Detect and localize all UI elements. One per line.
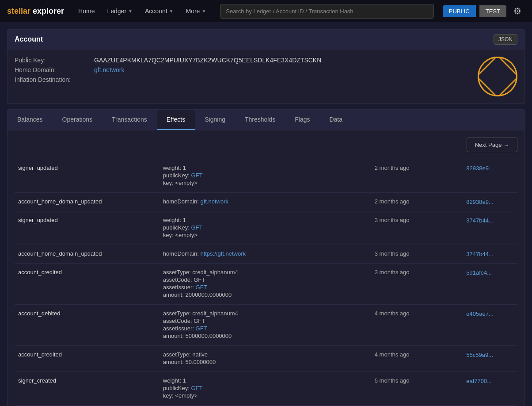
tab-signing[interactable]: Signing [195,110,235,130]
effect-hash-cell: 3747b44... [463,211,517,245]
effect-hash-link[interactable]: 55c59a9... [466,352,493,358]
effect-detail-line: homeDomain: https://gft.network [163,250,368,257]
tab-transactions[interactable]: Transactions [102,110,157,130]
effect-detail-line: amount: 2000000.0000000 [163,291,368,298]
table-row: account_home_domain_updatedhomeDomain: g… [15,193,517,211]
effect-time-cell: 3 months ago [371,245,463,264]
home-domain-value: gft.network [94,66,124,73]
effect-time-cell: 3 months ago [371,264,463,305]
home-domain-row: Home Domain: gft.network [15,66,469,73]
nav-more[interactable]: More ▼ [180,5,211,17]
effect-time-cell: 4 months ago [371,305,463,346]
home-domain-link[interactable]: gft.network [94,66,124,73]
search-bar [220,4,434,19]
effect-hash-link[interactable]: 3747b44... [466,217,493,224]
effect-detail-link[interactable]: GFT [196,325,207,332]
effect-detail-line: publicKey: GFT [163,224,368,231]
effect-detail-link[interactable]: GFT [191,172,202,179]
effect-detail-line: key: <empty> [163,392,368,399]
tab-effects[interactable]: Effects [157,110,195,130]
tab-data[interactable]: Data [319,110,352,130]
effect-hash-cell: 5d1afe4... [463,264,517,305]
effect-name-cell: signer_updated [15,211,160,245]
account-card: Account JSON Public Key: GAAZUE4PKMKLA7Q… [7,29,525,104]
effect-hash-link[interactable]: eaf7700... [466,378,492,384]
effect-details-cell: homeDomain: gft.network [160,193,371,211]
effect-name-cell: account_debited [15,305,160,346]
tab-balances[interactable]: Balances [8,110,53,130]
search-input[interactable] [220,4,434,19]
effect-detail-link[interactable]: gft.network [200,198,228,205]
effect-time-cell: 5 months ago [371,372,463,406]
nav-home[interactable]: Home [73,5,100,17]
effect-hash-link[interactable]: 82938e9... [466,199,493,205]
effect-name-cell: signer_updated [15,159,160,193]
user-icon-button[interactable]: ⚙ [510,4,525,18]
effect-detail-line: key: <empty> [163,180,368,186]
navbar: stellar explorer Home Ledger ▼ Account ▼… [0,0,532,22]
effect-hash-cell: eaf7700... [463,372,517,406]
effect-detail-line: amount: 50.0000000 [163,359,368,365]
effect-hash-link[interactable]: 5d1afe4... [466,269,492,276]
brand-logo: stellar explorer [7,7,64,16]
main-content: Account JSON Public Key: GAAZUE4PKMKLA7Q… [0,22,532,406]
nav-account[interactable]: Account ▼ [140,5,179,17]
public-key-row: Public Key: GAAZUE4PKMKLA7QC2MPUIUXY7BZK… [15,57,469,64]
test-network-button[interactable]: TEST [479,5,506,17]
effect-detail-link[interactable]: GFT [191,385,202,391]
next-page-button[interactable]: Next Page → [467,138,517,152]
table-row: account_creditedassetType: credit_alphan… [15,264,517,305]
effect-hash-cell: e405ae7... [463,305,517,346]
effect-detail-line: publicKey: GFT [163,385,368,391]
effect-details-cell: assetType: nativeamount: 50.0000000 [160,346,371,372]
effect-time-cell: 2 months ago [371,193,463,211]
effect-detail-line: publicKey: GFT [163,172,368,179]
effect-detail-link[interactable]: GFT [191,224,202,231]
effect-time-cell: 4 months ago [371,346,463,372]
account-logo [478,57,517,96]
effect-name-cell: account_home_domain_updated [15,245,160,264]
next-page-row: Next Page → [15,138,517,152]
effect-hash-cell: 82938e9... [463,193,517,211]
table-row: account_debitedassetType: credit_alphanu… [15,305,517,346]
effect-detail-line: amount: 5000000.0000000 [163,333,368,339]
effect-detail-link[interactable]: GFT [196,284,207,291]
effect-detail-line: weight: 1 [163,217,368,223]
home-domain-label: Home Domain: [15,66,94,73]
effects-table: signer_updatedweight: 1publicKey: GFTkey… [15,159,517,406]
effect-detail-link[interactable]: https://gft.network [200,250,246,257]
effect-hash-link[interactable]: 82938e9... [466,165,493,172]
effect-name-cell: signer_created [15,372,160,406]
account-card-title: Account [15,35,43,43]
table-row: signer_updatedweight: 1publicKey: GFTkey… [15,211,517,245]
account-card-header: Account JSON [8,30,524,50]
effect-hash-link[interactable]: 3747b44... [466,251,493,257]
effect-details-cell: homeDomain: https://gft.network [160,245,371,264]
tab-thresholds[interactable]: Thresholds [235,110,285,130]
effect-time-cell: 2 months ago [371,159,463,193]
effect-details-cell: assetType: credit_alphanum4assetCode: GF… [160,264,371,305]
effect-detail-line: assetCode: GFT [163,318,368,324]
account-dropdown-arrow: ▼ [169,9,174,14]
json-button[interactable]: JSON [494,34,517,45]
table-row: signer_updatedweight: 1publicKey: GFTkey… [15,159,517,193]
effect-detail-line: assetType: native [163,351,368,358]
tab-operations[interactable]: Operations [53,110,102,130]
table-row: account_creditedassetType: nativeamount:… [15,346,517,372]
tab-flags[interactable]: Flags [285,110,319,130]
effect-detail-line: weight: 1 [163,165,368,171]
nav-ledger[interactable]: Ledger ▼ [102,5,138,17]
effect-detail-line: assetIssuer: GFT [163,284,368,291]
effect-hash-link[interactable]: e405ae7... [466,310,493,317]
effect-detail-line: assetType: credit_alphanum4 [163,310,368,317]
public-network-button[interactable]: PUBLIC [443,5,476,17]
tabs-nav: BalancesOperationsTransactionsEffectsSig… [8,110,524,130]
effect-hash-cell: 82938e9... [463,159,517,193]
more-dropdown-arrow: ▼ [201,9,206,14]
account-card-body: Public Key: GAAZUE4PKMKLA7QC2MPUIUXY7BZK… [8,50,524,103]
effect-name-cell: account_home_domain_updated [15,193,160,211]
effect-detail-line: assetIssuer: GFT [163,325,368,332]
public-key-value: GAAZUE4PKMKLA7QC2MPUIUXY7BZK2WUCK7Q5EELS… [94,57,321,64]
tabs-container: BalancesOperationsTransactionsEffectsSig… [7,109,525,406]
effect-detail-line: assetCode: GFT [163,276,368,283]
